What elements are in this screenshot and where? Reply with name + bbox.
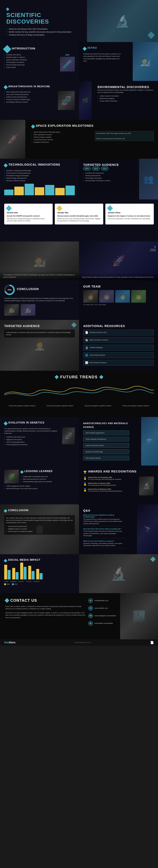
future-bullets-row: Discuss the progress in genetic research… — [4, 405, 154, 406]
progress-circle: 70% — [4, 285, 15, 295]
contact-email: ✉ info@website.com — [88, 598, 116, 603]
slide-bw-row: 🧑‍🔬 The integration of advanced research… — [0, 242, 158, 280]
slide-bw2: 🚀 Space missions continue to push the bo… — [79, 242, 158, 280]
slide-social: Social Media Impact — [0, 554, 79, 593]
hero-left: SCIENTIFIC DISCOVERIES Welcome and Recap… — [0, 0, 87, 42]
slide-lessons-awards-row: 🧩 Lessons Learned Collaboration accelera… — [0, 466, 158, 504]
genetics-list: CRISPR-Cas9 refinements Epigenetic disco… — [4, 436, 60, 445]
slide-contact: 🏙️ Contact Us Share links to articles, b… — [0, 593, 158, 639]
version-card-1: Version One Include the CRISPR and genet… — [4, 204, 53, 224]
slide-bw1: 🧑‍🔬 The integration of advanced research… — [0, 242, 79, 280]
space-list: James Webb Space Telescope launch Mars e… — [32, 131, 90, 144]
slide-tech: Technological Innovations Quantum comput… — [0, 159, 79, 199]
slide-conclusion2: 📋 Conclusion The scientific discoveries … — [0, 504, 79, 554]
conclusion2-points: Summarize key discoveries Highlight impa… — [6, 525, 73, 532]
contact-website: 🌐 www.website.com — [88, 606, 116, 611]
footer-doc-icon: 📄 — [150, 641, 154, 644]
slide-intro-right: 👩‍🔬 INTRO Scientific discoveries have th… — [79, 42, 158, 81]
slide-nanotechnology: ⚗️ Nanotechnology and Materials Science … — [79, 417, 158, 466]
slide-tech-audience-row: Technological Innovations Quantum comput… — [0, 159, 158, 199]
version-card-3: Version Three Expand on the impact of sc… — [105, 204, 154, 224]
slide-conclusion1: 70% Conclusion Scientific discoveries of… — [0, 280, 79, 320]
slide-audience2-resources-row: 👩‍⚕️ Targeted Audience Understanding our… — [0, 320, 158, 371]
wave-chart — [4, 383, 154, 401]
contact-instagram: 📷 www.instagram.com/website — [88, 614, 116, 618]
slide-social-bw-row: Social Media Impact — [0, 554, 158, 593]
footer-logo: GooDocs — [4, 641, 16, 644]
env-list: Carbon capture innovations Biodiversity … — [98, 95, 154, 102]
contact-twitter: 🐦 www.twitter.com/website — [88, 621, 116, 626]
slide-hero: SCIENTIFIC DISCOVERIES Welcome and Recap… — [0, 0, 158, 42]
slide-evolution: Evolution in Genetics The rapid advancem… — [0, 417, 79, 466]
tech-chart — [4, 184, 75, 195]
footer: GooDocs www.thegoodocs.com 📄 — [0, 639, 158, 646]
slide-environmental: 🌿 Environmental Discoveries Recent envir… — [79, 81, 158, 120]
slide-versions: Version One Include the CRISPR and genet… — [0, 199, 158, 242]
version-card-2: Version Two Discuss about scientific Bre… — [55, 204, 103, 224]
slide-conclusion-team-row: 70% Conclusion Scientific discoveries of… — [0, 280, 158, 320]
slide-targeted2: 👩‍⚕️ Targeted Audience Understanding our… — [0, 320, 79, 371]
slide-breakthroughs: Breakthroughs in Medicine Gene editing t… — [0, 81, 79, 120]
slide-conclusion2-qa-row: 📋 Conclusion The scientific discoveries … — [0, 504, 158, 554]
hero-bullets: Welcome and Recap of the 2022 Presentati… — [6, 28, 81, 37]
slide-genetics-nano-row: Evolution in Genetics The rapid advancem… — [0, 417, 158, 466]
audience-list: Scientists and researchers Medical profe… — [83, 172, 126, 182]
tech-list: Quantum computing breakthroughs AI and m… — [4, 169, 75, 182]
version-cards-row: Version One Include the CRISPR and genet… — [4, 204, 154, 224]
lessons-list2: Public engagement drives support Ethical… — [4, 485, 75, 490]
slide-awards: 🏆 Awards and Recognitions 🥇 Nobel Prize … — [79, 466, 158, 504]
slide-targeted-audience: 👥 Targeted Audience 45% 30% 25% Scientis… — [79, 159, 158, 199]
social-chart — [4, 565, 75, 580]
slide-resources1: Additional Resources 📄 Scientific Americ… — [79, 320, 158, 371]
lessons-list: Collaboration accelerates discovery Data… — [21, 475, 53, 483]
hero-title: SCIENTIFIC DISCOVERIES — [6, 12, 81, 25]
breakthroughs-list: Gene editing technology advances New can… — [4, 91, 56, 103]
slide-microscope-bw: 🔬 — [79, 554, 158, 593]
slide-our-team: Our Team 👩 👨 👩 👨 Dr. Sarah Chen Prof. Ja… — [79, 280, 158, 320]
resources-list: 📄 Scientific American 2022 📚 Nature Rese… — [83, 330, 154, 367]
slide-future-trends: Future Trends Discuss the progress in ge… — [0, 371, 158, 417]
awards-list: 🥇 Nobel Prize in Chemistry 2022 For clic… — [83, 476, 137, 495]
slide-intro-row: INTRODUCTION Scientific discoveries Brea… — [0, 42, 158, 81]
qa-list: What was the most significant medical br… — [83, 514, 126, 548]
hero-image: 🔬 — [87, 0, 158, 42]
slide-space: 🚀 Space Exploration Milestones James Web… — [0, 120, 158, 159]
team-grid: 👩 👨 👩 👨 — [83, 290, 154, 303]
slide-lessons: 🧩 Lessons Learned Collaboration accelera… — [0, 466, 79, 504]
slide-introduction: INTRODUCTION Scientific discoveries Brea… — [0, 42, 79, 81]
slide-qa: 🔭 Q&A What was the most significant medi… — [79, 504, 158, 554]
footer-url: www.thegoodocs.com — [75, 642, 91, 643]
nano-boxes: Nanomedicine applications Smart material… — [83, 430, 129, 461]
slide-breakthroughs-row: Breakthroughs in Medicine Gene editing t… — [0, 81, 158, 120]
intro-list: Scientific discoveries Breakthroughs in … — [4, 54, 58, 71]
